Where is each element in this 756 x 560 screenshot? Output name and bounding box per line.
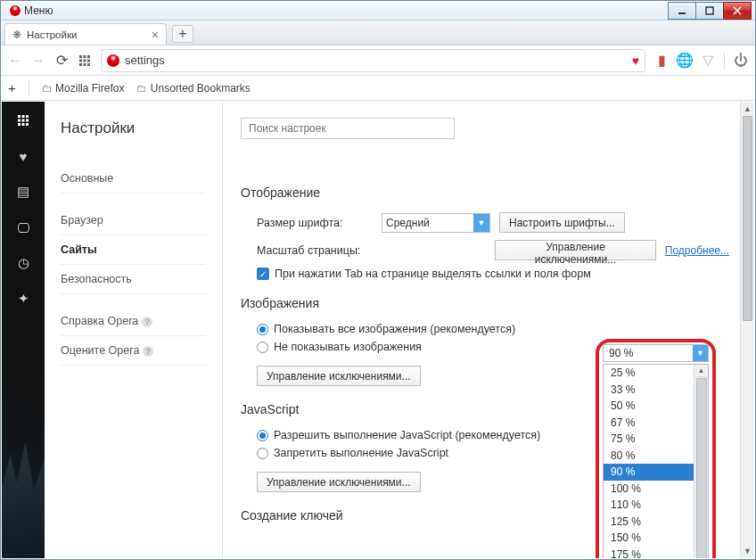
site-identity-icon [107,54,119,67]
sidebar-item-basic[interactable]: Основные [61,164,206,194]
reload-button[interactable]: ⟳ [54,54,69,68]
zoom-exceptions-button[interactable]: Управление исключениями... [495,240,656,260]
sidebar-item-sites[interactable]: Сайты [61,235,206,265]
bookmark-folder-unsorted[interactable]: 🗀 Unsorted Bookmarks [136,82,250,95]
dropdown-scrollbar[interactable]: ▲ ▼ [694,365,708,558]
toolbar-separator [724,52,725,70]
grid-icon [78,54,91,67]
bookmarks-bar: + 🗀 Mozilla Firefox 🗀 Unsorted Bookmarks [1,76,755,101]
window-maximize-button[interactable] [695,2,724,20]
zoom-option[interactable]: 100 % [604,481,708,498]
font-size-label: Размер шрифта: [257,217,373,229]
bookmark-ribbon-icon[interactable]: ▮ [654,54,669,68]
tab-close-button[interactable]: × [152,29,159,41]
sidebar-item-help[interactable]: Справка Opera? [61,307,206,336]
speed-dial-icon[interactable] [15,112,31,128]
help-icon: ? [142,317,152,327]
battery-saver-icon[interactable]: ⏻ [734,54,748,68]
speed-dial-button[interactable] [78,54,92,68]
svg-rect-17 [18,123,21,126]
font-size-select[interactable]: Средний ▼ [382,213,490,233]
page-zoom-label: Масштаб страницы: [257,244,371,257]
menu-label: Меню [24,4,53,17]
scroll-thumb[interactable] [696,378,707,558]
svg-rect-9 [84,63,86,66]
js-exceptions-button[interactable]: Управление исключениями... [257,472,421,492]
js-deny-radio[interactable] [257,448,268,459]
search-settings-input[interactable] [241,118,455,139]
new-tab-button[interactable]: + [172,25,193,43]
scroll-up-arrow[interactable]: ▲ [694,365,708,377]
navigation-toolbar: ← → ⟳ settings ♥ ▮ 🌐 ▽ ⏻ [1,45,755,76]
configure-fonts-button[interactable]: Настроить шрифты... [499,212,625,233]
sidebar-item-security[interactable]: Безопасность [61,265,206,294]
bookmark-heart-icon[interactable]: ♥ [632,54,639,68]
content-scrollbar[interactable]: ▲ ▼ [740,102,754,558]
opera-logo-icon [10,5,21,16]
images-exceptions-button[interactable]: Управление исключениями... [257,366,421,386]
scroll-thumb[interactable] [743,116,752,321]
svg-rect-2 [79,55,82,58]
bookmarks-strip-icon[interactable]: ♥ [15,148,31,164]
zoom-option[interactable]: 67 % [604,415,708,432]
zoom-option[interactable]: 25 % [604,365,708,382]
clock-strip-icon[interactable]: ◷ [15,255,31,271]
chevron-down-icon: ▼ [693,345,708,361]
tab-settings[interactable]: ❋ Настройки × [4,23,167,45]
svg-rect-12 [22,115,25,118]
svg-rect-14 [18,119,21,122]
maximize-icon [705,6,714,15]
svg-rect-3 [84,55,86,58]
zoom-highlight-box: 90 % ▼ 25 %33 %50 %67 %75 %80 %90 %100 %… [596,339,716,558]
zoom-option[interactable]: 175 % [604,547,708,559]
svg-rect-19 [26,123,29,126]
svg-rect-7 [87,59,90,62]
tab-highlight-label: При нажатии Tab на странице выделять ссы… [275,268,591,280]
page-zoom-select[interactable]: 90 % ▼ [603,344,709,362]
add-bookmark-button[interactable]: + [8,80,16,95]
tab-bar: ❋ Настройки × + [1,21,755,45]
section-images: Изображения [241,296,729,310]
close-icon [733,6,742,15]
svg-rect-10 [87,63,90,66]
tab-highlight-checkbox[interactable]: ✓ [257,268,269,280]
zoom-option[interactable]: 110 % [604,497,708,514]
images-show-radio[interactable] [257,324,268,335]
history-strip-icon[interactable]: 🖵 [15,219,31,235]
svg-rect-1 [706,7,713,14]
zoom-dropdown-list[interactable]: 25 %33 %50 %67 %75 %80 %90 %100 %110 %12… [603,364,709,558]
news-strip-icon[interactable]: ▤ [15,184,31,200]
sidebar-item-browser[interactable]: Браузер [61,206,206,235]
vpn-globe-icon[interactable]: 🌐 [678,54,692,68]
images-hide-label: Не показывать изображения [274,341,422,353]
adblock-shield-icon[interactable]: ▽ [701,54,715,68]
window-minimize-button[interactable] [668,2,696,20]
scroll-down-arrow[interactable]: ▼ [741,544,754,558]
opera-menu-button[interactable]: Меню [4,4,58,17]
window-close-button[interactable] [723,2,752,20]
images-hide-radio[interactable] [257,342,268,353]
zoom-option[interactable]: 80 % [604,448,708,465]
zoom-option[interactable]: 50 % [604,398,708,415]
scroll-up-arrow[interactable]: ▲ [741,102,754,116]
back-button[interactable]: ← [8,54,22,68]
svg-rect-6 [84,59,86,62]
zoom-option[interactable]: 75 % [604,431,708,448]
opera-side-strip: ♥ ▤ 🖵 ◷ ✦ [2,102,45,558]
gear-icon: ❋ [12,29,21,41]
zoom-option[interactable]: 90 % [604,464,708,481]
zoom-more-link[interactable]: Подробнее... [665,244,729,257]
zoom-option[interactable]: 150 % [604,530,708,547]
svg-rect-8 [79,63,82,66]
address-bar[interactable]: settings ♥ [101,49,645,72]
sidebar-item-rate[interactable]: Оцените Opera? [61,336,206,366]
forward-button[interactable]: → [31,54,45,68]
bookmark-folder-mozilla[interactable]: 🗀 Mozilla Firefox [42,82,125,95]
js-allow-radio[interactable] [257,430,268,441]
zoom-option[interactable]: 33 % [604,382,708,399]
strip-background-image [2,442,45,558]
svg-rect-13 [26,115,29,118]
extensions-strip-icon[interactable]: ✦ [15,291,31,307]
zoom-option[interactable]: 125 % [604,514,708,531]
settings-content: Отображение Размер шрифта: Средний ▼ Нас… [223,102,754,558]
